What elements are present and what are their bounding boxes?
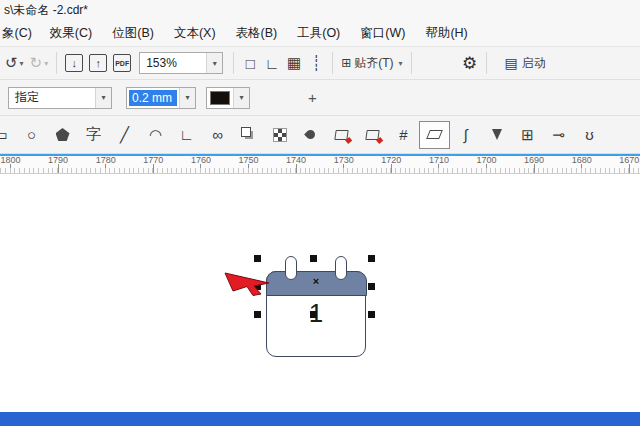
ellipse-tool[interactable]: ○	[16, 120, 47, 150]
eyedropper-tool[interactable]	[295, 120, 326, 150]
ruler-tick: 1670	[629, 164, 630, 173]
selection-handle-top-right[interactable]	[368, 255, 375, 262]
menu-item[interactable]: 效果(C)	[40, 21, 102, 46]
horizontal-ruler[interactable]: 1800179017801770176017501740173017201710…	[0, 154, 640, 174]
export-icon: ↑	[95, 57, 101, 69]
ruler-tick: 1750	[248, 164, 249, 173]
selection-handle-bottom-right[interactable]	[368, 311, 375, 318]
publish-pdf-button[interactable]: PDF	[110, 50, 134, 76]
freehand-tool[interactable]: ╱	[109, 120, 140, 150]
outline-style-combo[interactable]: 指定 ▾	[8, 87, 112, 109]
options-button[interactable]: ⚙	[459, 50, 481, 76]
import-button[interactable]: ↓	[62, 50, 86, 76]
attract-tool[interactable]: ⊸	[543, 120, 574, 150]
show-grid-button[interactable]: ▦	[283, 50, 305, 76]
redo-button[interactable]: ↻ ▾	[27, 50, 52, 76]
menu-item[interactable]: 位图(B)	[102, 21, 164, 46]
grid-icon: ▦	[287, 54, 301, 72]
pen-tool-icon	[492, 129, 502, 140]
rectangle-tool[interactable]: ▭	[0, 120, 16, 150]
zoom-caret-icon[interactable]: ▾	[206, 53, 222, 73]
ruler-tick: 1720	[391, 164, 392, 173]
outline-width-caret-icon[interactable]: ▾	[179, 88, 195, 108]
outline-width-value: 0.2 mm	[129, 90, 177, 106]
drawing-canvas[interactable]: 1 ×	[0, 174, 640, 412]
red-pointer-arrow	[224, 268, 272, 296]
ruler-tick: 1770	[153, 164, 154, 173]
spiral-tool[interactable]: ʊ	[574, 120, 605, 150]
selection-handle-top-left[interactable]	[254, 255, 261, 262]
ruler-tick: 1680	[581, 164, 582, 173]
order-tool[interactable]	[233, 120, 264, 150]
interactive-fill-tool[interactable]	[357, 120, 388, 150]
outline-color-picker[interactable]: ▾	[206, 87, 250, 109]
ruler-tick: 1710	[438, 164, 439, 173]
gear-icon: ⚙	[462, 53, 477, 74]
text-tool[interactable]: 字	[78, 120, 109, 150]
launch-button[interactable]: ▤ 启动	[502, 50, 549, 76]
selection-handle-top-middle[interactable]	[310, 255, 317, 262]
rulers-icon: ∟	[265, 55, 280, 72]
launch-label: 启动	[522, 55, 546, 72]
add-button[interactable]: +	[308, 89, 317, 106]
mesh-fill-tool[interactable]: #	[388, 120, 419, 150]
selection-handle-bottom-middle[interactable]	[310, 311, 317, 318]
pattern-fill-tool-icon	[273, 128, 287, 142]
table-tool[interactable]: ⊞	[512, 120, 543, 150]
menu-item[interactable]: 文本(X)	[164, 21, 226, 46]
interactive-fill-tool-icon	[365, 130, 379, 140]
eraser-tool-icon	[426, 130, 443, 139]
show-rulers-button[interactable]: ∟	[261, 50, 283, 76]
property-bar: 指定 ▾ 0.2 mm ▾ ▾ +	[0, 80, 640, 116]
pattern-fill-tool[interactable]	[264, 120, 295, 150]
polygon-tool[interactable]	[47, 120, 78, 150]
toolbox-bar: ▭○字╱◠∟∞#∫⊞⊸ʊ	[0, 116, 640, 154]
snap-caret-icon[interactable]: ▾	[399, 59, 403, 68]
import-icon: ↓	[71, 57, 77, 69]
guidelines-icon: ┊	[312, 54, 321, 72]
bezier-tool[interactable]: ◠	[140, 120, 171, 150]
menu-item-partial[interactable]: 象(C)	[0, 21, 40, 46]
outline-width-input[interactable]: 0.2 mm ▾	[126, 87, 196, 109]
standard-toolbar: ↺ ▾ ↻ ▾ ↓ ↑ PDF 153% ▾ □ ∟ ▦ ┊ ⊞ 贴齐(T) ▾…	[0, 46, 640, 80]
ruler-tick: 1790	[58, 164, 59, 173]
show-guidelines-button[interactable]: ┊	[305, 50, 327, 76]
redo-icon: ↻	[30, 54, 43, 72]
toolbar-separator	[56, 52, 57, 74]
ruler-tick: 1730	[343, 164, 344, 173]
toolbar-separator	[233, 52, 234, 74]
pen-tool[interactable]	[481, 120, 512, 150]
calendar-ring-left[interactable]	[285, 256, 297, 280]
toolbar-separator	[332, 52, 333, 74]
eraser-tool[interactable]	[419, 121, 450, 149]
zoom-level-combo[interactable]: 153% ▾	[139, 52, 223, 74]
redo-caret-icon[interactable]: ▾	[44, 59, 48, 68]
snap-label: 贴齐(T)	[354, 55, 393, 72]
snap-to-button[interactable]: ⊞ 贴齐(T) ▾	[338, 50, 405, 76]
export-button[interactable]: ↑	[86, 50, 110, 76]
calendar-ring-right[interactable]	[335, 256, 347, 280]
menu-item[interactable]: 窗口(W)	[350, 21, 415, 46]
toolbar-separator	[411, 52, 412, 74]
smudge-tool[interactable]: ∫	[450, 120, 481, 150]
menu-item[interactable]: 表格(B)	[226, 21, 288, 46]
selection-handle-middle-right[interactable]	[368, 283, 375, 290]
undo-button[interactable]: ↺ ▾	[2, 50, 27, 76]
menubar: 象(C) 效果(C)位图(B)文本(X)表格(B)工具(O)窗口(W)帮助(H)	[0, 20, 640, 46]
menu-item[interactable]: 帮助(H)	[415, 21, 477, 46]
blend-tool[interactable]: ∞	[202, 120, 233, 150]
ruler-tick: 1700	[486, 164, 487, 173]
outline-style-caret-icon[interactable]: ▾	[95, 88, 111, 108]
outline-style-value: 指定	[9, 89, 95, 106]
ruler-tick: 1800	[10, 164, 11, 173]
connector-tool[interactable]: ∟	[171, 120, 202, 150]
color-caret-icon[interactable]: ▾	[233, 88, 249, 108]
selection-center-marker[interactable]: ×	[308, 275, 324, 287]
ruler-tick: 1740	[296, 164, 297, 173]
menu-item[interactable]: 工具(O)	[287, 21, 350, 46]
smart-fill-tool[interactable]	[326, 120, 357, 150]
polygon-tool-icon	[56, 128, 70, 141]
undo-caret-icon[interactable]: ▾	[20, 59, 24, 68]
selection-handle-bottom-left[interactable]	[254, 311, 261, 318]
fullscreen-preview-button[interactable]: □	[239, 50, 261, 76]
